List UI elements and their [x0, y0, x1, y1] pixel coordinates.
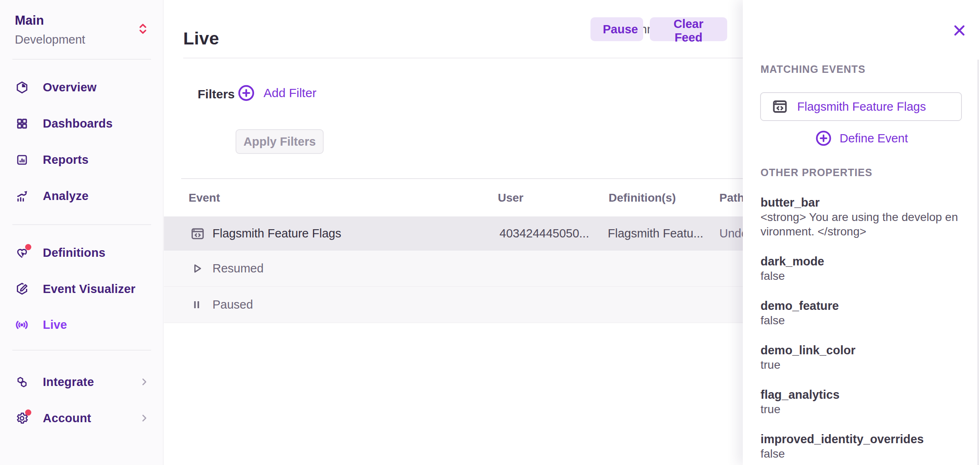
- pause-icon: [190, 287, 205, 323]
- property-value: false: [761, 313, 963, 328]
- page-title: Live: [183, 28, 219, 49]
- matching-events-label: MATCHING EVENTS: [761, 63, 866, 75]
- project-name: Main: [15, 13, 44, 28]
- column-header-user: User: [498, 179, 523, 216]
- other-properties-label: OTHER PROPERTIES: [761, 167, 873, 179]
- project-environment-switcher[interactable]: Main Development: [0, 10, 163, 51]
- chevrons-updown-icon: [138, 22, 148, 35]
- sidebar-item-label: Definitions: [43, 246, 105, 260]
- sidebar-item-account[interactable]: Account: [0, 400, 163, 436]
- sidebar-item-integrate[interactable]: Integrate: [0, 364, 163, 400]
- panel-scrollbar[interactable]: [978, 60, 979, 465]
- definitions-icon: [15, 246, 29, 260]
- property-value: false: [761, 269, 963, 283]
- close-icon[interactable]: [952, 23, 967, 38]
- sidebar-item-label: Analyze: [43, 189, 89, 203]
- event-user: 403424445050...: [499, 216, 589, 251]
- sidebar-divider: [12, 224, 151, 225]
- property-item: improved_identity_overrides false: [761, 432, 963, 461]
- column-header-definitions: Definition(s): [609, 179, 676, 216]
- property-key: dark_mode: [761, 254, 963, 269]
- sidebar-item-dashboards[interactable]: Dashboards: [0, 105, 163, 142]
- window-code-icon: [190, 216, 205, 251]
- apply-filters-button[interactable]: Apply Filters: [236, 129, 324, 154]
- sidebar-item-label: Dashboards: [43, 117, 113, 130]
- sidebar-item-definitions[interactable]: Definitions: [0, 235, 163, 271]
- property-key: demo_feature: [761, 298, 963, 313]
- property-item: demo_link_color true: [761, 343, 963, 372]
- environment-name: Development: [15, 33, 85, 46]
- play-icon: [190, 251, 205, 286]
- dashboards-icon: [15, 116, 29, 130]
- overview-icon: [15, 80, 29, 94]
- plus-circle-icon: [237, 84, 255, 102]
- sidebar: Main Development Overview Dashboards Rep…: [0, 0, 163, 465]
- define-event-label: Define Event: [840, 132, 908, 145]
- sidebar-item-reports[interactable]: Reports: [0, 142, 163, 178]
- sidebar-item-overview[interactable]: Overview: [0, 69, 163, 105]
- event-name: Resumed: [212, 251, 264, 286]
- event-details-panel: MATCHING EVENTS Flagsmith Feature Flags …: [743, 0, 980, 465]
- define-event-button[interactable]: Define Event: [743, 128, 980, 149]
- add-filter-button[interactable]: Add Filter: [237, 84, 316, 102]
- property-key: butter_bar: [761, 195, 963, 210]
- property-value: false: [761, 446, 963, 461]
- sidebar-item-label: Overview: [43, 81, 97, 94]
- sidebar-item-live[interactable]: Live: [0, 307, 163, 343]
- analyze-icon: [15, 189, 29, 203]
- property-key: demo_link_color: [761, 343, 963, 358]
- property-value: true: [761, 358, 963, 372]
- integrate-icon: [15, 375, 29, 389]
- sidebar-divider: [12, 59, 151, 60]
- column-header-event: Event: [189, 179, 220, 216]
- plus-circle-icon: [815, 130, 832, 147]
- pause-button[interactable]: Pause: [590, 17, 643, 41]
- sidebar-item-analyze[interactable]: Analyze: [0, 178, 163, 214]
- live-events-page: Main Development Overview Dashboards Rep…: [0, 0, 980, 465]
- notification-badge: [25, 244, 31, 250]
- properties-list: butter_bar <strong> You are using the de…: [761, 195, 963, 465]
- chevron-right-icon: [139, 377, 149, 387]
- notification-badge: [25, 409, 31, 416]
- property-item: butter_bar <strong> You are using the de…: [761, 195, 963, 239]
- matching-event-item[interactable]: Flagsmith Feature Flags: [760, 92, 962, 121]
- sidebar-item-event-visualizer[interactable]: Event Visualizer: [0, 271, 163, 307]
- window-code-icon: [772, 98, 788, 115]
- property-value: true: [761, 402, 963, 416]
- property-item: dark_mode false: [761, 254, 963, 283]
- event-name: Flagsmith Feature Flags: [212, 216, 341, 251]
- sidebar-item-label: Live: [43, 318, 67, 332]
- matching-event-name: Flagsmith Feature Flags: [797, 100, 926, 114]
- account-icon: [15, 411, 29, 425]
- property-key: improved_identity_overrides: [761, 432, 963, 446]
- property-item: flag_analytics true: [761, 387, 963, 416]
- chevron-right-icon: [139, 413, 149, 423]
- property-value: <strong> You are using the develop envir…: [761, 210, 963, 239]
- sidebar-item-label: Reports: [43, 153, 89, 167]
- event-visualizer-icon: [15, 282, 29, 296]
- event-definitions: Flagsmith Featu...: [608, 216, 703, 251]
- clear-feed-button[interactable]: Clear Feed: [650, 17, 727, 41]
- filters-section-label: Filters: [198, 87, 235, 101]
- add-filter-label: Add Filter: [264, 86, 316, 100]
- sidebar-item-label: Event Visualizer: [43, 282, 135, 296]
- sidebar-divider: [12, 350, 151, 351]
- property-item: demo_feature false: [761, 298, 963, 328]
- sidebar-item-label: Integrate: [43, 375, 94, 389]
- column-header-path: Path: [719, 179, 744, 216]
- sidebar-item-label: Account: [43, 412, 91, 425]
- reports-icon: [15, 153, 29, 167]
- live-icon: [15, 318, 29, 332]
- property-key: flag_analytics: [761, 387, 963, 402]
- event-name: Paused: [212, 287, 253, 323]
